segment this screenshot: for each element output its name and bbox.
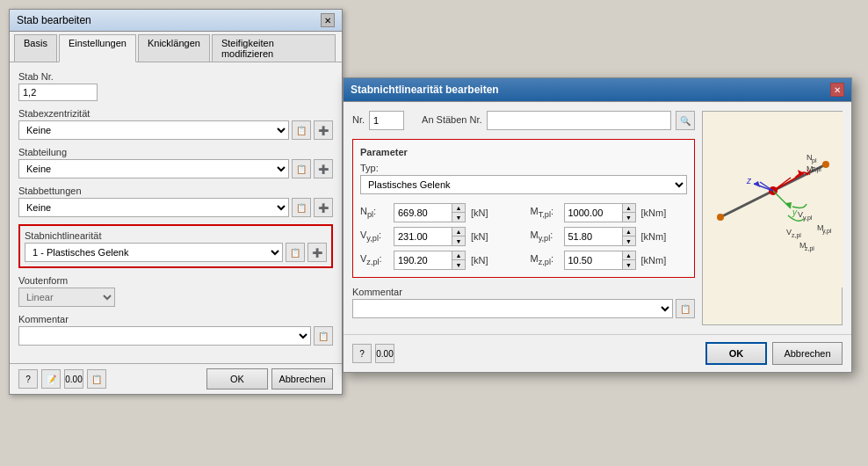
main-dialog-titlebar: Stabnichtlinearität bearbeiten ✕ <box>344 78 851 102</box>
stabbettungen-select[interactable]: Keine <box>18 198 289 217</box>
my-pl-input[interactable] <box>565 228 622 245</box>
main-kommentar-btn[interactable]: 📋 <box>676 299 695 318</box>
staben-input[interactable] <box>487 111 671 130</box>
mt-pl-unit: [kNm] <box>641 208 667 218</box>
main-dialog-content: Nr. An Stäben Nr. 🔍 Parameter Typ: Plast… <box>344 102 851 334</box>
stabteilung-label: Stabteilung <box>18 147 333 157</box>
stabbettungen-add-btn[interactable]: ➕ <box>314 198 333 217</box>
stabnichtlinearitaet-label: Stabnichtlinearität <box>25 230 327 241</box>
main-icon2-btn[interactable]: 0.00 <box>375 344 394 363</box>
mz-pl-label: Mz,pl: <box>531 253 561 266</box>
main-cancel-button[interactable]: Abbrechen <box>772 342 843 365</box>
bg-cancel-button[interactable]: Abbrechen <box>271 368 333 390</box>
vz-pl-spin-up[interactable]: ▲ <box>452 251 465 260</box>
bg-icon4-btn[interactable]: 📋 <box>87 369 106 389</box>
main-kommentar-label: Kommentar <box>352 287 695 297</box>
svg-text:z,pl: z,pl <box>805 245 814 252</box>
bg-ok-button[interactable]: OK <box>206 368 268 390</box>
nr-label: Nr. <box>352 114 365 125</box>
parameter-title: Parameter <box>360 147 687 157</box>
main-dialog-bottom-row: ? 0.00 OK Abbrechen <box>344 334 851 372</box>
main-kommentar-group: Kommentar 📋 <box>352 287 695 318</box>
stabteilung-edit-btn[interactable]: 📋 <box>292 159 311 178</box>
stabexzentrizitaet-edit-btn[interactable]: 📋 <box>292 120 311 140</box>
vy-pl-spin-up[interactable]: ▲ <box>452 228 465 237</box>
preview-svg: N pl M T,pl V y,pl M y,pl V z,pl M z,pl <box>703 112 843 288</box>
stabbettungen-group: Stabbettungen Keine 📋 ➕ <box>18 186 333 217</box>
vz-pl-label: Vz,pl: <box>360 253 391 266</box>
mz-pl-unit: [kNm] <box>641 255 667 266</box>
my-pl-spin-down[interactable]: ▼ <box>623 237 635 245</box>
main-ok-button[interactable]: OK <box>705 342 767 365</box>
npl-input[interactable] <box>394 204 452 222</box>
stab-nr-label: Stab Nr. <box>18 71 333 82</box>
dialog-left-icons: ? 0.00 <box>352 344 394 363</box>
main-dialog-title: Stabnichtlinearität bearbeiten <box>351 84 499 96</box>
bg-window-close[interactable]: ✕ <box>321 13 335 27</box>
stabnichtlinearitaet-select[interactable]: 1 - Plastisches Gelenk <box>25 243 283 262</box>
stabnichtlinearitaet-dialog: Stabnichtlinearität bearbeiten ✕ Nr. An … <box>343 77 852 373</box>
stabteilung-add-btn[interactable]: ➕ <box>314 159 333 178</box>
my-pl-spinners: ▲ ▼ <box>622 228 635 245</box>
vy-pl-input-group: ▲ ▼ <box>394 227 466 246</box>
staben-group: An Stäben Nr. 🔍 <box>422 111 695 130</box>
npl-row: Npl: ▲ ▼ [kN] <box>360 203 517 222</box>
typ-select[interactable]: Plastisches Gelenk <box>360 175 687 194</box>
npl-label: Npl: <box>360 206 391 219</box>
stabbettungen-label: Stabbettungen <box>18 186 333 196</box>
vz-pl-spin-down[interactable]: ▼ <box>452 260 465 269</box>
mz-pl-input[interactable] <box>565 251 622 269</box>
npl-input-group: ▲ ▼ <box>394 203 466 222</box>
stabteilung-select[interactable]: Keine <box>18 159 289 178</box>
mt-pl-spin-down[interactable]: ▼ <box>623 213 635 222</box>
mz-pl-spinners: ▲ ▼ <box>622 251 635 269</box>
npl-unit: [kN] <box>471 208 488 218</box>
staben-label: An Stäben Nr. <box>422 114 482 125</box>
main-kommentar-select[interactable] <box>352 299 673 318</box>
mt-pl-spin-up[interactable]: ▲ <box>623 204 635 213</box>
vy-pl-spin-down[interactable]: ▼ <box>452 237 465 245</box>
vz-pl-row: Vz,pl: ▲ ▼ [kN] <box>360 251 517 270</box>
staben-browse-btn[interactable]: 🔍 <box>676 111 695 130</box>
tab-basis[interactable]: Basis <box>14 34 57 62</box>
bg-kommentar-btn[interactable]: 📋 <box>314 326 333 346</box>
stabnichtlinearitaet-add-btn[interactable]: ➕ <box>307 243 327 262</box>
stabbettungen-edit-btn[interactable]: 📋 <box>292 198 311 217</box>
mt-pl-input[interactable] <box>565 204 622 222</box>
bg-window-titlebar: Stab bearbeiten ✕ <box>10 10 342 32</box>
stabnichtlinearitaet-edit-btn[interactable]: 📋 <box>286 243 305 262</box>
svg-text:pl: pl <box>812 157 817 164</box>
npl-spinners: ▲ ▼ <box>452 204 465 222</box>
bg-icon3-btn[interactable]: 0.00 <box>64 369 83 389</box>
my-pl-spin-up[interactable]: ▲ <box>623 228 635 237</box>
bg-help-btn[interactable]: ? <box>18 369 38 389</box>
mz-pl-row: Mz,pl: ▲ ▼ [kNm] <box>531 251 688 270</box>
stabnichtlinearitaet-combo-row: 1 - Plastisches Gelenk 📋 ➕ <box>25 243 327 262</box>
stabbettungen-combo-row: Keine 📋 ➕ <box>18 198 333 217</box>
bg-bottom-toolbar: ? 📝 0.00 📋 OK Abbrechen <box>10 363 342 394</box>
mz-pl-spin-up[interactable]: ▲ <box>623 251 635 260</box>
main-dialog-close[interactable]: ✕ <box>830 83 844 97</box>
bg-kommentar-label: Kommentar <box>18 314 333 324</box>
stab-nr-input[interactable] <box>18 84 98 101</box>
mz-pl-input-group: ▲ ▼ <box>564 251 636 270</box>
tabs-bar: Basis Einstellungen Knicklängen Steifigk… <box>10 32 342 62</box>
nr-input[interactable] <box>369 111 404 130</box>
npl-spin-up[interactable]: ▲ <box>452 204 465 213</box>
stabexzentrizitaet-add-btn[interactable]: ➕ <box>314 120 333 140</box>
voutenform-select[interactable]: Linear <box>18 288 115 307</box>
tab-steifigkeiten[interactable]: Steifigkeiten modifizieren <box>212 34 336 62</box>
svg-text:z,pl: z,pl <box>792 232 801 239</box>
vz-pl-input[interactable] <box>394 251 452 269</box>
stabexzentrizitaet-select[interactable]: Keine <box>18 120 289 140</box>
bg-icon2-btn[interactable]: 📝 <box>41 369 61 389</box>
tab-knicklaengen[interactable]: Knicklängen <box>138 34 210 62</box>
vy-pl-input[interactable] <box>394 228 452 245</box>
mz-pl-spin-down[interactable]: ▼ <box>623 260 635 269</box>
tab-einstellungen[interactable]: Einstellungen <box>59 34 136 62</box>
params-grid: Npl: ▲ ▼ [kN] MT,pl: <box>360 203 687 270</box>
stabnichtlinearitaet-group: Stabnichtlinearität 1 - Plastisches Gele… <box>18 224 333 268</box>
main-help-btn[interactable]: ? <box>352 344 372 363</box>
npl-spin-down[interactable]: ▼ <box>452 213 465 222</box>
bg-kommentar-select[interactable] <box>18 326 311 346</box>
